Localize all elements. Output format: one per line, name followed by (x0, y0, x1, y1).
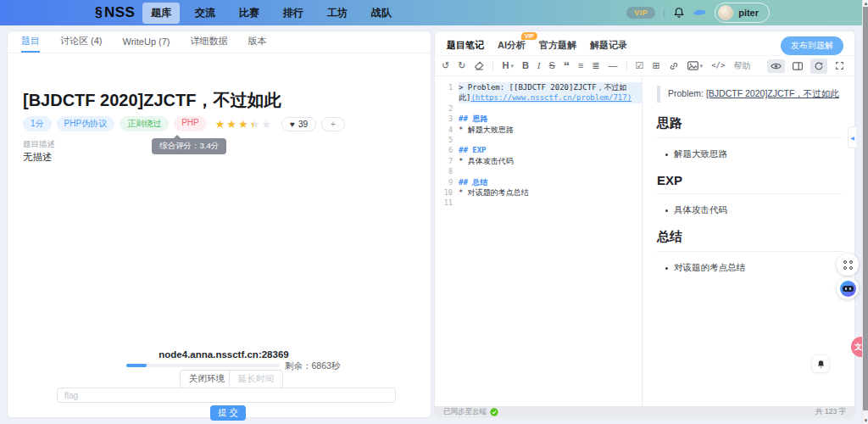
nss-logo-text: NSS (104, 4, 135, 21)
help-link[interactable]: 帮助 (733, 60, 750, 72)
code-icon[interactable]: </> (711, 61, 725, 70)
preview-toggle-icon[interactable] (767, 59, 785, 73)
problem-tag[interactable]: PHP (174, 116, 207, 131)
problem-tag[interactable]: 1分 (23, 116, 52, 131)
add-tag-button[interactable]: + (321, 117, 345, 131)
scrollbar-thumb[interactable] (863, 7, 868, 410)
star-icon[interactable]: ★ (215, 119, 225, 130)
problem-tag[interactable]: 正则绕过 (120, 116, 169, 131)
bullet-dot (665, 209, 668, 212)
nav-item[interactable]: 题库 (142, 3, 180, 24)
checkbox-icon[interactable]: ☑ (636, 61, 644, 70)
editor-line-text (459, 103, 642, 114)
submit-flag-button[interactable]: 提 交 (210, 405, 246, 421)
editor-line[interactable]: 5 (435, 135, 642, 145)
editor-line[interactable]: 3 ## 思路 (435, 114, 642, 124)
markdown-editor[interactable]: 1 > Problem: [[BJDCTF 2020]ZJCTF，不过如此](h… (435, 77, 643, 406)
undo-icon[interactable]: ↺ (442, 61, 449, 70)
star-icon[interactable]: ★ (226, 119, 236, 130)
editor-line-text (459, 198, 642, 208)
notes-tab[interactable]: 官方题解 (539, 39, 576, 52)
problem-tag[interactable]: PHP伪协议 (57, 116, 115, 131)
instance-address[interactable]: node4.anna.nssctf.cn:28369 (97, 349, 351, 360)
sync-scroll-icon[interactable] (810, 59, 827, 74)
username: piter (738, 8, 759, 18)
star-icon[interactable]: ★ (261, 119, 271, 130)
preview-section: EXP 具体攻击代码 (657, 173, 843, 216)
scrollbar-up-arrow[interactable]: ▲ (863, 0, 868, 7)
editor-line[interactable]: 10 * 对该题的考点总结 (435, 187, 642, 198)
preview-bullet: 解题大致思路 (665, 148, 843, 160)
note-bell-button[interactable] (811, 354, 830, 373)
editor-line[interactable]: 6 ## EXP (435, 145, 642, 155)
editor-line[interactable]: 8 (435, 166, 642, 176)
star-icon[interactable]: ★★ (250, 119, 260, 130)
toolbar-divider (626, 61, 627, 71)
problem-tab[interactable]: 详细数据 (191, 31, 228, 53)
whale-icon[interactable] (693, 8, 707, 18)
editor-line[interactable]: 9 ## 总结 (435, 177, 642, 187)
apps-grid-button[interactable] (837, 254, 859, 276)
line-number: 8 (435, 166, 459, 176)
preview-section: 总结 对该题的考点总结 (657, 229, 843, 274)
blockquote-icon[interactable]: “ (564, 63, 570, 70)
italic-icon[interactable]: I (537, 61, 541, 70)
star-rating[interactable]: ★★★★★★ (215, 119, 271, 130)
flag-input[interactable] (57, 388, 396, 403)
likes-button[interactable]: ♥ 39 (281, 117, 316, 131)
close-env-button[interactable]: 关闭环境 (180, 370, 234, 388)
horizontal-rule-icon[interactable]: — (609, 61, 618, 70)
editor-link-text[interactable]: (https://www.nssctf.cn/problem/717) (470, 93, 632, 102)
problem-tab[interactable]: WriteUp (7) (123, 31, 170, 53)
clear-format-icon[interactable] (474, 61, 484, 70)
tag-row: 1分 PHP伪协议 正则绕过 PHP ★★★★★★ ♥ 39 + (23, 116, 345, 131)
bell-icon[interactable] (673, 7, 685, 19)
ai-assistant-button[interactable] (837, 277, 859, 299)
nav-item[interactable]: 排行 (275, 3, 312, 24)
page-scrollbar[interactable]: ▲ ▼ (862, 0, 868, 424)
nav-item[interactable]: 战队 (363, 3, 400, 24)
star-icon[interactable]: ★ (238, 119, 248, 130)
line-number: 6 (435, 145, 459, 155)
user-menu[interactable]: piter (715, 3, 770, 23)
publish-writeup-button[interactable]: 发布到题解 (781, 36, 843, 55)
editor-line[interactable]: 4 * 解题大致思路 (435, 125, 642, 135)
collapse-panel-handle[interactable]: ◀ (848, 126, 856, 148)
editor-line[interactable]: 11 (435, 198, 642, 208)
editor-line-text: ## 思路 (459, 114, 642, 124)
extend-time-button[interactable]: 延长时间 (229, 370, 283, 388)
problem-tab[interactable]: 讨论区 (4) (60, 31, 103, 53)
nss-logo[interactable]: § NSS (95, 0, 135, 25)
problem-tab[interactable]: 题目 (21, 31, 40, 53)
split-view-icon[interactable] (793, 62, 803, 70)
nav-item[interactable]: 工坊 (319, 3, 356, 24)
editor-line-text: ## EXP (459, 145, 642, 155)
bold-icon[interactable]: B (522, 61, 529, 70)
editor-line[interactable]: 2 (435, 103, 642, 114)
preview-problem-link[interactable]: [BJDCTF 2020]ZJCTF，不过如此 (706, 88, 839, 98)
image-dropdown[interactable]: ▾ (687, 61, 704, 70)
redo-icon[interactable]: ↻ (458, 61, 465, 70)
nav-item[interactable]: 交流 (186, 3, 224, 24)
scrollbar-down-arrow[interactable]: ▼ (863, 417, 868, 424)
nssctf-problem-page: § NSS 题库 交流 比赛 排行 工坊 战队 VIP | (0, 0, 868, 424)
nav-item[interactable]: 比赛 (231, 3, 268, 24)
strikethrough-icon[interactable]: S (549, 61, 555, 70)
table-icon[interactable]: ⊞ (652, 61, 659, 70)
ordered-list-icon[interactable]: ≣ (592, 61, 599, 70)
link-icon[interactable] (669, 61, 679, 71)
line-number: 2 (435, 103, 459, 114)
problem-tab[interactable]: 版本 (248, 31, 267, 53)
fullscreen-icon[interactable] (835, 61, 844, 70)
description-label: 题目描述 (23, 139, 55, 150)
notes-tab[interactable]: 解题记录 (590, 39, 627, 52)
problem-tabs: 题目 讨论区 (4) WriteUp (7) 详细数据 版本 (8, 31, 431, 53)
editor-line[interactable]: 7 * 具体攻击代码 (435, 156, 642, 166)
notes-tab[interactable]: AI分析 VIP (498, 39, 526, 52)
heading-dropdown[interactable]: H▾ (502, 61, 513, 70)
unordered-list-icon[interactable]: ≡ (578, 61, 583, 70)
vip-badge: VIP (521, 32, 537, 40)
vip-pill[interactable]: VIP (626, 7, 655, 19)
notes-tab[interactable]: 题目笔记 (447, 39, 484, 52)
editor-line-active[interactable]: 1 > Problem: [[BJDCTF 2020]ZJCTF，不过如此](h… (435, 82, 642, 103)
